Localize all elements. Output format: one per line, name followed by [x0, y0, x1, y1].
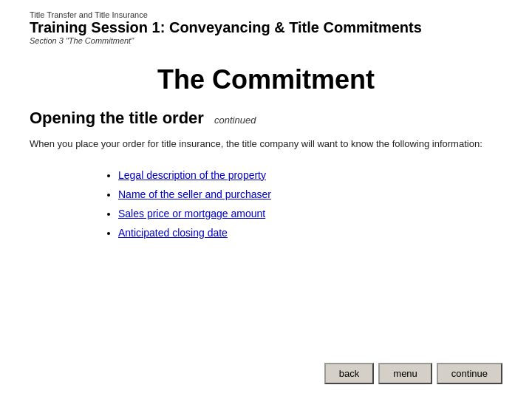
menu-button[interactable]: menu — [378, 363, 432, 384]
main-title: Training Session 1: Conveyancing & Title… — [30, 19, 502, 36]
body-text: When you place your order for title insu… — [30, 137, 502, 151]
section-label: Section 3 "The Commitment" — [30, 36, 502, 45]
page-heading: The Commitment — [30, 64, 502, 95]
section-heading: Opening the title order continued — [30, 109, 502, 128]
bullet-list: Legal description of the propertyName of… — [118, 169, 502, 246]
list-item[interactable]: Legal description of the property — [118, 169, 502, 181]
list-item[interactable]: Sales price or mortgage amount — [118, 208, 502, 219]
continued-label: continued — [214, 115, 256, 126]
continue-button[interactable]: continue — [437, 363, 502, 384]
footer-nav: back menu continue — [324, 363, 502, 384]
back-button[interactable]: back — [324, 363, 374, 384]
subtitle-line: Title Transfer and Title Insurance — [30, 10, 502, 19]
section-title: Opening the title order — [30, 109, 204, 127]
page-wrapper: Title Transfer and Title Insurance Train… — [0, 0, 532, 399]
header-section: Title Transfer and Title Insurance Train… — [30, 10, 502, 45]
list-item[interactable]: Name of the seller and purchaser — [118, 188, 502, 200]
list-item[interactable]: Anticipated closing date — [118, 227, 502, 239]
